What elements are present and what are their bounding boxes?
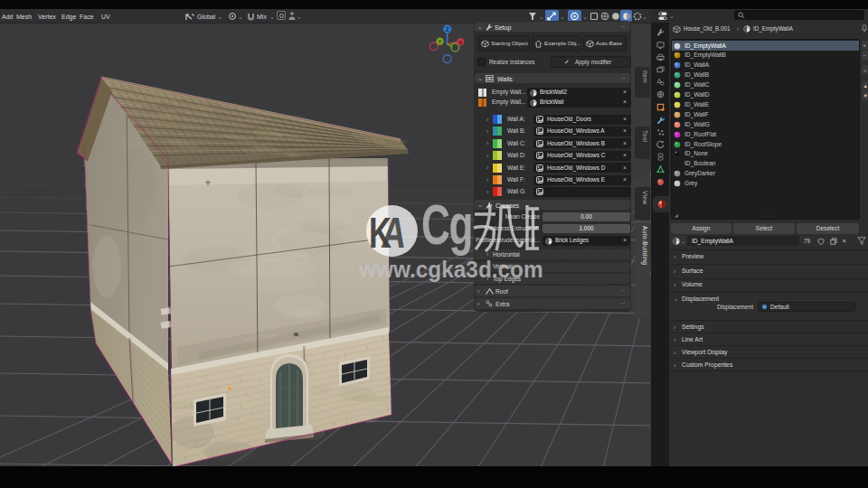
- svg-text:X: X: [458, 40, 462, 45]
- svg-text:Y: Y: [439, 39, 442, 44]
- svg-text:Z: Z: [446, 26, 449, 33]
